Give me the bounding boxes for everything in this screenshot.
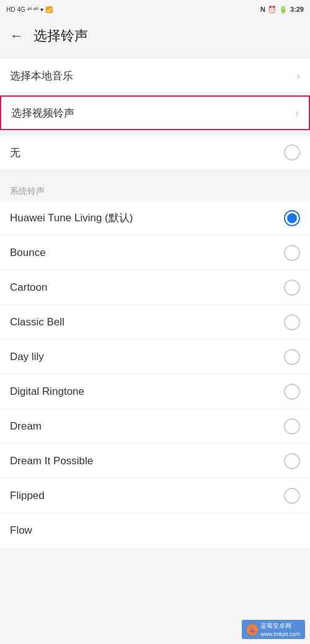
watermark-logo: 🍇 — [247, 624, 258, 635]
ringtone-label-bounce: Bounce — [10, 247, 46, 259]
radio-dream-it-possible[interactable] — [284, 453, 300, 469]
ringtone-label-cartoon: Cartoon — [10, 281, 47, 294]
ringtone-item-dream[interactable]: Dream — [0, 409, 310, 444]
radio-dream[interactable] — [284, 418, 300, 434]
ringtone-label-dream-it-possible: Dream It Possible — [10, 455, 93, 467]
radio-day-lily[interactable] — [284, 349, 300, 365]
radio-bounce[interactable] — [284, 245, 300, 261]
page-title: 选择铃声 — [33, 27, 88, 45]
wifi-icon: ▾ — [40, 6, 43, 13]
ringtone-label-flipped: Flipped — [10, 490, 45, 502]
back-button[interactable]: ← — [10, 28, 24, 44]
status-right-icons: N ⏰ 🔋 3:29 — [260, 6, 304, 14]
ringtone-item-flipped[interactable]: Flipped — [0, 479, 310, 513]
ringtone-label-huawei-tune: Huawei Tune Living (默认) — [10, 211, 133, 225]
section-title: 系统铃声 — [0, 180, 310, 201]
n-icon: N — [260, 6, 265, 13]
status-bar: HD 4G ⁴⁶ ⁴⁶ ▾ 📶 N ⏰ 🔋 3:29 — [0, 0, 310, 19]
none-radio[interactable] — [284, 144, 300, 161]
ringtone-list: Huawei Tune Living (默认) Bounce Cartoon C… — [0, 201, 310, 548]
video-ringtone-item[interactable]: 选择视频铃声 › — [0, 95, 310, 130]
hd-icon: HD — [6, 6, 15, 13]
status-left-icons: HD 4G ⁴⁶ ⁴⁶ ▾ 📶 — [6, 6, 53, 13]
content-area: 选择本地音乐 › 选择视频铃声 › 无 系统铃声 Huawei Tune Liv… — [0, 58, 310, 548]
watermark-text: 蓝莓安卓网 www.lmkjst.com — [260, 622, 300, 637]
none-label: 无 — [10, 146, 20, 160]
none-item[interactable]: 无 — [0, 135, 310, 170]
ringtone-label-classic-bell: Classic Bell — [10, 316, 64, 329]
section-divider — [0, 170, 310, 180]
ringtone-item-dream-it-possible[interactable]: Dream It Possible — [0, 444, 310, 479]
radio-classic-bell[interactable] — [284, 314, 300, 330]
ringtone-item-classic-bell[interactable]: Classic Bell — [0, 305, 310, 340]
radio-flipped[interactable] — [284, 488, 300, 504]
local-music-label: 选择本地音乐 — [10, 69, 73, 83]
ringtone-item-huawei-tune[interactable]: Huawei Tune Living (默认) — [0, 201, 310, 236]
ringtone-label-day-lily: Day lily — [10, 351, 44, 363]
alarm-icon: ⏰ — [268, 6, 277, 14]
ringtone-item-day-lily[interactable]: Day lily — [0, 340, 310, 374]
ringtone-item-flow[interactable]: Flow — [0, 513, 310, 548]
local-music-item[interactable]: 选择本地音乐 › — [0, 58, 310, 93]
radio-digital-ringtone[interactable] — [284, 384, 300, 400]
ringtone-label-digital-ringtone: Digital Ringtone — [10, 386, 84, 398]
ringtone-item-cartoon[interactable]: Cartoon — [0, 270, 310, 305]
signal-icon: 📶 — [45, 6, 53, 13]
ringtone-item-bounce[interactable]: Bounce — [0, 236, 310, 270]
ringtone-label-dream: Dream — [10, 420, 42, 433]
ringtone-label-flow: Flow — [10, 524, 32, 537]
ringtone-item-digital-ringtone[interactable]: Digital Ringtone — [0, 374, 310, 409]
network-icons: 4G ⁴⁶ ⁴⁶ — [17, 6, 38, 13]
radio-huawei-tune[interactable] — [284, 210, 300, 226]
header: ← 选择铃声 — [0, 19, 310, 53]
video-ringtone-label: 选择视频铃声 — [11, 106, 74, 120]
chevron-right-icon-video: › — [295, 107, 299, 120]
chevron-right-icon: › — [296, 69, 300, 82]
battery-icon: 🔋 — [279, 6, 288, 14]
time-display: 3:29 — [290, 6, 304, 13]
watermark: 🍇 蓝莓安卓网 www.lmkjst.com — [242, 620, 305, 639]
radio-cartoon[interactable] — [284, 280, 300, 296]
